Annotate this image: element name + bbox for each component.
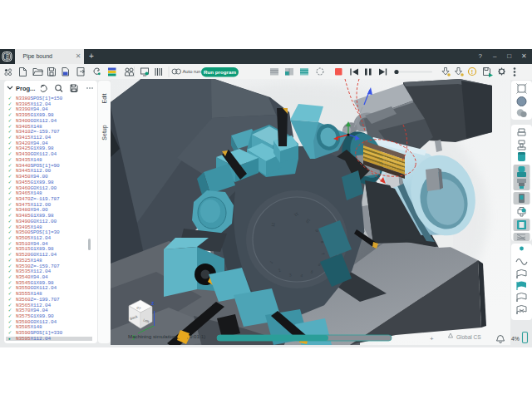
svg-text:Machining simulation (0%, 0:01: Machining simulation (0%, 0:01:1)	[128, 333, 205, 339]
svg-text:Run program: Run program	[204, 69, 236, 75]
svg-text:Global CS: Global CS	[456, 334, 481, 340]
svg-text:89: 89	[5, 53, 10, 59]
svg-text:+: +	[430, 335, 434, 342]
svg-text:z: z	[151, 300, 155, 306]
svg-text:!: !	[471, 69, 473, 75]
svg-text:Prog...: Prog...	[16, 85, 35, 92]
svg-text:4%: 4%	[511, 336, 520, 342]
svg-text:Auto run: Auto run	[183, 69, 201, 74]
